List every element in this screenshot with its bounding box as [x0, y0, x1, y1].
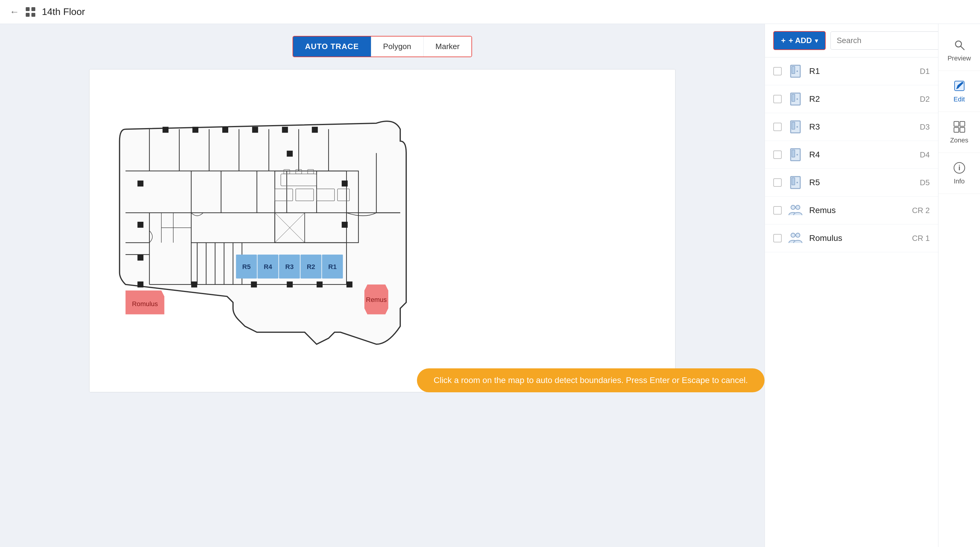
svg-rect-0: [26, 7, 30, 11]
svg-rect-107: [960, 128, 965, 132]
sidebar-preview-label: Preview: [947, 54, 971, 62]
main-layout: AUTO TRACE Polygon Marker: [0, 24, 980, 547]
sidebar-zones-label: Zones: [950, 136, 968, 144]
svg-rect-49: [342, 180, 348, 187]
svg-point-98: [791, 233, 795, 237]
add-dropdown-icon: ▾: [815, 37, 818, 44]
svg-rect-106: [954, 128, 959, 132]
svg-rect-60: [342, 222, 348, 228]
svg-rect-88: [792, 122, 795, 129]
svg-line-101: [961, 46, 964, 49]
svg-text:R2: R2: [307, 263, 315, 271]
svg-rect-52: [138, 255, 143, 261]
sidebar-item-edit[interactable]: Edit: [939, 71, 980, 112]
info-icon: i: [953, 161, 966, 174]
grid-icon: [25, 6, 36, 18]
floor-plan-canvas[interactable]: R5 R4 R3 R2 R1 Romulus: [89, 69, 676, 392]
room-name: R1: [809, 67, 914, 76]
svg-text:R1: R1: [328, 263, 337, 271]
svg-rect-58: [347, 282, 352, 287]
svg-rect-57: [317, 282, 323, 287]
list-item[interactable]: R2 D2: [765, 85, 938, 113]
right-panel: + + ADD ▾ R1 D1: [765, 24, 938, 547]
svg-text:R4: R4: [264, 263, 272, 271]
svg-rect-53: [138, 282, 143, 287]
svg-point-95: [797, 182, 798, 183]
auto-trace-button[interactable]: AUTO TRACE: [293, 37, 371, 57]
sidebar-edit-label: Edit: [954, 96, 965, 103]
sidebar-item-preview[interactable]: Preview: [939, 30, 980, 71]
back-button[interactable]: ←: [10, 6, 19, 18]
list-item[interactable]: R3 D3: [765, 113, 938, 141]
search-input[interactable]: [830, 32, 940, 49]
svg-rect-44: [222, 127, 228, 133]
svg-text:i: i: [958, 164, 960, 172]
svg-rect-43: [192, 127, 198, 133]
list-item[interactable]: R5 D5: [765, 169, 938, 196]
search-icon: [953, 38, 966, 51]
svg-rect-54: [191, 282, 197, 287]
door-icon: [788, 175, 803, 190]
room-checkbox[interactable]: [773, 179, 782, 187]
room-checkbox[interactable]: [773, 95, 782, 103]
svg-rect-56: [287, 282, 293, 287]
svg-point-86: [797, 99, 798, 100]
door-icon: [788, 147, 803, 163]
svg-rect-47: [312, 127, 318, 133]
right-panel-header: + + ADD ▾: [765, 24, 938, 57]
room-list: R1 D1 R2 D2: [765, 57, 938, 547]
room-checkbox[interactable]: [773, 67, 782, 75]
zones-icon: [953, 120, 966, 134]
list-item[interactable]: R4 D4: [765, 141, 938, 169]
svg-rect-51: [138, 222, 143, 228]
door-icon: [788, 119, 803, 135]
sidebar-item-info[interactable]: i Info: [939, 153, 980, 194]
polygon-button[interactable]: Polygon: [371, 37, 423, 57]
svg-text:R5: R5: [242, 263, 251, 271]
svg-rect-2: [26, 13, 30, 17]
svg-rect-46: [282, 127, 288, 133]
svg-rect-48: [138, 180, 143, 187]
edit-icon: [953, 79, 966, 92]
svg-rect-3: [32, 13, 35, 17]
marker-button[interactable]: Marker: [423, 37, 472, 57]
room-checkbox[interactable]: [773, 150, 782, 159]
sidebar-item-zones[interactable]: Zones: [939, 112, 980, 153]
door-icon: [788, 91, 803, 107]
top-bar: ← 14th Floor: [0, 0, 980, 24]
svg-rect-45: [252, 127, 258, 133]
svg-rect-82: [792, 67, 795, 73]
room-name: Remus: [809, 206, 906, 215]
svg-point-97: [796, 205, 800, 209]
room-checkbox[interactable]: [773, 234, 782, 242]
add-plus-icon: +: [781, 36, 786, 45]
room-code: D2: [920, 94, 930, 104]
floor-plan-svg: R5 R4 R3 R2 R1 Romulus: [89, 69, 675, 392]
room-code: D1: [920, 67, 930, 76]
svg-point-99: [796, 233, 800, 237]
center-area: AUTO TRACE Polygon Marker: [0, 24, 765, 547]
svg-rect-50: [287, 150, 293, 156]
drawing-toolbar: AUTO TRACE Polygon Marker: [293, 36, 473, 57]
add-button[interactable]: + + ADD ▾: [773, 31, 826, 50]
svg-rect-91: [792, 150, 795, 157]
sidebar-info-label: Info: [954, 177, 965, 185]
hint-banner: Click a room on the map to auto detect b…: [417, 368, 765, 392]
list-item[interactable]: R1 D1: [765, 57, 938, 85]
list-item[interactable]: Romulus CR 1: [765, 225, 938, 252]
room-checkbox[interactable]: [773, 206, 782, 215]
svg-rect-55: [251, 282, 257, 287]
room-checkbox[interactable]: [773, 123, 782, 131]
svg-rect-104: [954, 121, 959, 126]
door-icon: [788, 64, 803, 79]
svg-text:Remus: Remus: [366, 296, 387, 303]
far-right-sidebar: Preview Edit Zones i Info: [938, 24, 980, 547]
room-name: R3: [809, 122, 914, 132]
room-code: D3: [920, 123, 930, 132]
room-code: D5: [920, 178, 930, 187]
svg-point-92: [797, 154, 798, 156]
list-item[interactable]: Remus CR 2: [765, 196, 938, 225]
svg-rect-94: [792, 178, 795, 185]
add-label: + ADD: [789, 36, 812, 45]
room-name: Romulus: [809, 233, 906, 243]
